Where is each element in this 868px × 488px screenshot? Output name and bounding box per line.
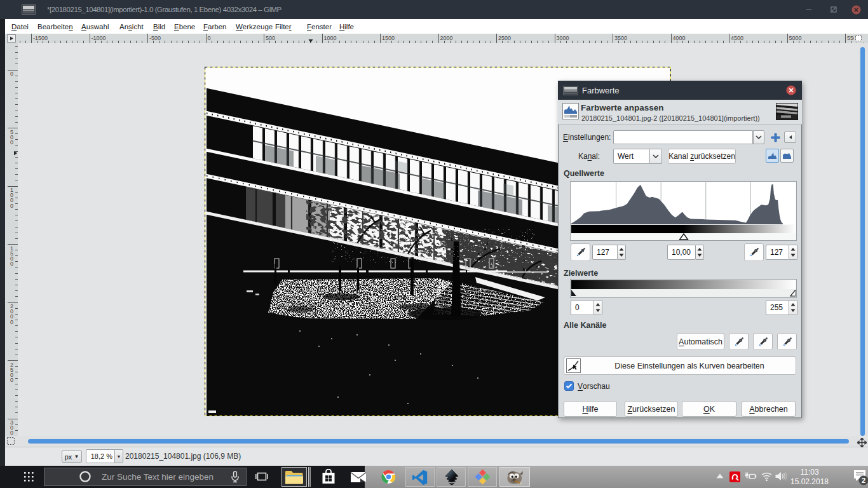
svg-text:0: 0	[10, 319, 13, 325]
svg-text:500: 500	[266, 35, 275, 41]
svg-text:4500: 4500	[731, 35, 743, 41]
svg-text:0: 0	[10, 377, 13, 383]
svg-text:2500: 2500	[498, 35, 511, 41]
svg-text:3500: 3500	[614, 35, 627, 41]
svg-text:-1500: -1500	[33, 35, 48, 41]
svg-text:0: 0	[10, 71, 13, 77]
svg-text:5000: 5000	[789, 35, 802, 41]
svg-text:-500: -500	[149, 35, 161, 41]
svg-text:2000: 2000	[440, 35, 453, 41]
svg-text:-1000: -1000	[92, 35, 106, 41]
svg-text:1000: 1000	[324, 35, 337, 41]
svg-text:4000: 4000	[673, 35, 686, 41]
svg-text:1500: 1500	[382, 35, 395, 41]
svg-text:3000: 3000	[557, 35, 569, 41]
svg-text:0: 0	[208, 35, 211, 41]
svg-text:0: 0	[10, 261, 13, 267]
svg-text:2: 2	[862, 477, 865, 484]
svg-text:0: 0	[10, 139, 13, 146]
svg-text:0: 0	[10, 203, 13, 209]
